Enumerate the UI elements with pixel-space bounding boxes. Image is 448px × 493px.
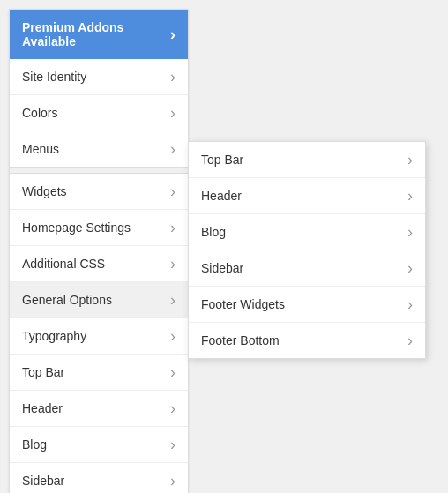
nav-item-blog[interactable]: Blog [10,427,188,463]
nav-item-label: Top Bar [22,365,64,379]
sub-nav-item-header[interactable]: Header [189,178,425,214]
nav-item-label: Header [22,401,63,415]
nav-item-colors[interactable]: Colors [10,95,188,131]
sub-nav-item-label: Footer Bottom [201,333,280,347]
sub-panel: Top Bar Header Blog Sidebar Footer Widge… [188,141,426,359]
nav-item-label: Blog [22,437,47,452]
chevron-icon [407,296,413,312]
nav-item-label: Menus [22,142,59,156]
sub-nav-item-label: Blog [201,225,226,239]
chevron-icon [170,220,175,235]
nav-item-label: Colors [22,106,57,120]
nav-item-menus[interactable]: Menus [10,131,188,167]
nav-item-label: Additional CSS [22,257,105,271]
customizer-panel: Premium Addons Available Site Identity C… [9,9,439,493]
chevron-icon [170,105,175,121]
chevron-icon [170,292,175,308]
nav-item-typography[interactable]: Typography [10,318,188,355]
chevron-icon [407,260,413,276]
chevron-icon [407,152,413,168]
nav-item-label: Sidebar [22,474,64,488]
premium-addons-label: Premium Addons Available [22,20,170,49]
nav-item-site-identity[interactable]: Site Identity [10,59,188,95]
nav-item-sidebar[interactable]: Sidebar [10,463,188,493]
nav-item-header[interactable]: Header [10,391,188,427]
main-panel: Premium Addons Available Site Identity C… [9,9,189,493]
sub-nav-item-label: Header [201,189,242,203]
chevron-icon [170,328,175,344]
chevron-icon [170,183,175,199]
sub-nav-item-top-bar[interactable]: Top Bar [189,142,425,178]
nav-item-homepage-settings[interactable]: Homepage Settings [10,210,188,246]
nav-item-widgets[interactable]: Widgets [10,174,188,210]
chevron-icon [407,188,413,204]
nav-item-label: Typography [22,329,86,343]
chevron-icon [170,141,175,157]
chevron-icon [407,224,413,240]
nav-item-additional-css[interactable]: Additional CSS [10,246,188,282]
sub-nav-item-label: Footer Widgets [201,297,285,311]
separator [10,167,188,174]
sub-nav-item-label: Sidebar [201,261,243,275]
sub-nav-item-footer-bottom[interactable]: Footer Bottom [189,323,425,358]
premium-addons-item[interactable]: Premium Addons Available [10,10,188,59]
nav-item-label: Homepage Settings [22,220,131,235]
sub-nav-item-footer-widgets[interactable]: Footer Widgets [189,287,425,323]
premium-chevron-icon [170,26,175,42]
nav-item-top-bar[interactable]: Top Bar [10,355,188,391]
sub-nav-item-blog[interactable]: Blog [189,214,425,250]
nav-item-general-options[interactable]: General Options [10,282,188,318]
sub-nav-item-sidebar[interactable]: Sidebar [189,250,425,287]
nav-group-1: Site Identity Colors Menus [10,59,188,167]
chevron-icon [170,437,175,452]
sub-nav-item-label: Top Bar [201,153,243,167]
nav-item-label: Site Identity [22,70,86,84]
chevron-icon [170,256,175,272]
chevron-icon [170,400,175,416]
nav-item-label: General Options [22,293,112,307]
nav-group-2: Widgets Homepage Settings Additional CSS… [10,174,188,493]
nav-item-label: Widgets [22,184,67,198]
chevron-icon [170,473,175,489]
chevron-icon [170,364,175,380]
chevron-icon [170,69,175,85]
chevron-icon [407,332,413,348]
